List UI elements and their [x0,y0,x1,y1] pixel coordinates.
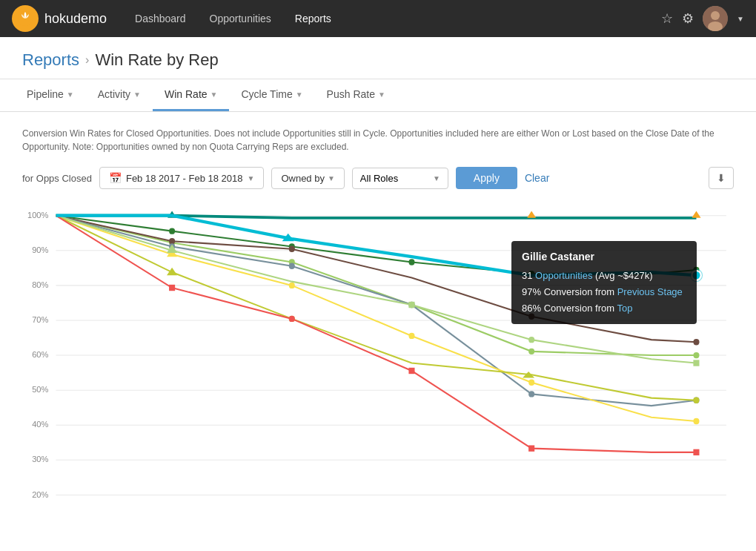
svg-point-35 [169,238,175,244]
owned-by-label: Owned by [281,173,325,184]
tab-winrate-caret: ▼ [210,90,218,99]
download-button[interactable]: ⬇ [709,167,734,189]
svg-text:80%: 80% [32,280,48,289]
chart-container: 100% 90% 80% 70% 60% 50% 40% 30% 20% [22,204,734,538]
svg-point-48 [693,418,699,424]
svg-point-42 [528,391,534,397]
breadcrumb-current: Win Rate by Rep [95,50,218,70]
tab-pushrate-caret: ▼ [378,90,385,99]
calendar-icon: 📅 [109,172,122,184]
svg-marker-24 [692,211,700,217]
top-navigation: hokudemo Dashboard Opportunities Reports… [0,0,756,37]
date-range-value: Feb 18 2017 - Feb 18 2018 [126,173,243,184]
tab-pipeline-label: Pipeline [27,88,64,100]
svg-point-47 [528,380,534,386]
svg-marker-53 [167,268,177,275]
svg-rect-60 [528,445,534,451]
roles-select[interactable]: All Roles ▼ [352,168,448,189]
svg-point-34 [693,352,699,358]
svg-text:100%: 100% [27,211,48,220]
svg-rect-61 [693,449,699,455]
svg-point-25 [169,228,175,234]
tab-winrate-label: Win Rate [165,88,208,100]
logo[interactable]: hokudemo [12,5,107,32]
tab-pipeline[interactable]: Pipeline ▼ [15,79,86,111]
avatar-chevron-icon[interactable]: ▼ [737,15,744,23]
nav-reports[interactable]: Reports [285,7,342,30]
description-text: Conversion Win Rates for Closed Opportun… [22,127,719,154]
svg-point-56 [693,397,699,403]
date-range-picker[interactable]: 📅 Feb 18 2017 - Feb 18 2018 ▼ [99,167,264,189]
roles-label: All Roles [360,173,398,184]
tabs-bar: Pipeline ▼ Activity ▼ Win Rate ▼ Cycle T… [0,79,756,112]
svg-point-45 [289,283,295,288]
owned-by-select[interactable]: Owned by ▼ [271,168,344,189]
svg-point-33 [528,349,534,354]
date-range-caret: ▼ [248,174,255,182]
tab-pushrate-label: Push Rate [327,88,375,100]
tab-activity[interactable]: Activity ▼ [86,79,153,111]
avatar-image [703,6,728,31]
svg-point-2 [711,11,720,20]
download-icon: ⬇ [717,172,726,184]
tab-activity-label: Activity [98,88,130,100]
svg-point-52 [528,337,534,343]
svg-point-63 [692,271,700,280]
tab-pipeline-caret: ▼ [67,90,74,99]
tab-pushrate[interactable]: Push Rate ▼ [315,79,397,111]
logo-text: hokudemo [44,11,107,27]
nav-right: ☆ ⚙ ▼ [661,6,744,31]
svg-point-40 [289,263,295,269]
clear-button[interactable]: Clear [525,172,549,184]
breadcrumb-parent[interactable]: Reports [22,50,79,70]
svg-text:60%: 60% [32,350,48,359]
filters-row: for Opps Closed 📅 Feb 18 2017 - Feb 18 2… [22,167,734,189]
svg-point-38 [693,339,699,345]
filter-label: for Opps Closed [22,173,92,184]
svg-point-36 [289,246,295,252]
svg-rect-51 [693,360,699,366]
svg-text:90%: 90% [32,245,48,254]
nav-dashboard[interactable]: Dashboard [125,7,196,30]
breadcrumb: Reports › Win Rate by Rep [22,50,734,70]
svg-rect-59 [408,368,414,374]
svg-marker-23 [527,211,536,217]
breadcrumb-bar: Reports › Win Rate by Rep [0,37,756,79]
tab-winrate[interactable]: Win Rate ▼ [153,79,229,111]
star-icon[interactable]: ☆ [661,10,673,27]
svg-text:20%: 20% [32,489,48,498]
main-content: Conversion Win Rates for Closed Opportun… [0,112,756,551]
svg-text:50%: 50% [32,385,48,394]
svg-point-58 [289,316,295,322]
svg-text:70%: 70% [32,315,48,324]
svg-rect-50 [408,302,414,308]
logo-icon [12,5,39,32]
tab-cycletime[interactable]: Cycle Time ▼ [229,79,314,111]
svg-point-27 [408,259,414,265]
svg-rect-57 [169,285,175,291]
gear-icon[interactable]: ⚙ [682,10,694,27]
owned-by-caret: ▼ [328,174,335,182]
tab-cycletime-label: Cycle Time [241,88,292,100]
breadcrumb-separator: › [85,53,89,67]
svg-point-37 [528,314,534,320]
svg-text:30%: 30% [32,455,48,463]
roles-caret: ▼ [433,174,440,182]
tab-activity-caret: ▼ [133,90,141,99]
chart-svg: 100% 90% 80% 70% 60% 50% 40% 30% 20% [22,204,734,538]
apply-button[interactable]: Apply [456,167,517,189]
avatar[interactable] [703,6,728,31]
nav-opportunities[interactable]: Opportunities [199,7,282,30]
svg-text:40%: 40% [32,420,48,429]
tab-cycletime-caret: ▼ [296,90,303,99]
nav-links: Dashboard Opportunities Reports [125,7,655,30]
svg-point-46 [408,333,414,339]
